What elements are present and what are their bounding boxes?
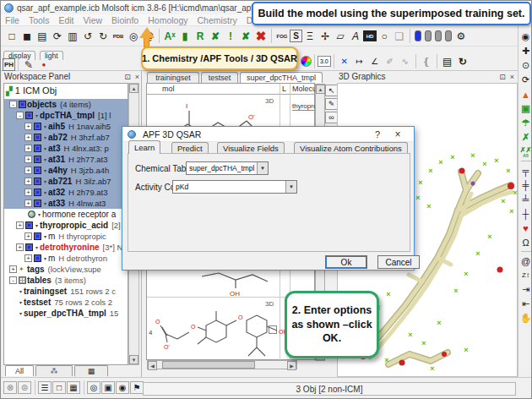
tab-trainingset[interactable]: trainingset [147,72,199,83]
zoom-icon[interactable]: ⊙ [519,58,532,73]
tree-item-thyropropic-acid[interactable]: ▾ thyropropic_acid [2] [4,220,128,231]
go-icon[interactable]: ⊜ [18,381,31,394]
stereo-icon[interactable]: S [290,30,302,42]
movie-icon[interactable]: ⚑ [130,381,144,394]
tree-item-ab72[interactable]: ▾ ab72 H 3hzf.ab7 [4,132,128,143]
angle-icon[interactable]: ∠ [367,53,383,69]
chevron-down-icon[interactable]: ▾ [44,145,46,151]
clip-front-icon[interactable]: ╤ [519,163,532,178]
dialog-tab-learn[interactable]: Learn [128,140,160,154]
select-residues-icon[interactable]: R [193,28,208,44]
float-panel-icon[interactable]: ⊡ [499,73,506,81]
tree-item-thyropropic-m[interactable]: ▾ m H thyropropic [4,231,128,242]
activity-column-select[interactable]: pKd ▼ [172,180,297,194]
chevron-down-icon[interactable]: ▾ [44,134,46,140]
undo-icon[interactable]: ↺ [80,28,95,44]
tree-item-at3[interactable]: ▾ at3 H 4lnx.at3: p [4,143,128,154]
tree-item-hormone-receptor[interactable]: ▾ hormone receptor a [4,209,128,220]
expander-icon[interactable] [16,221,24,229]
rotate-icon[interactable]: ⟳ [519,73,532,87]
filter-selection-icon[interactable]: ! [223,28,238,44]
expander-icon[interactable] [24,232,32,240]
expander-icon[interactable] [24,167,32,174]
float-panel-icon[interactable]: ⊡ [124,73,131,81]
translate-icon[interactable]: ✚ [519,44,532,58]
tree-item-detrothyronine-m[interactable]: ▾ m H detrothyron [4,253,128,264]
occlusion-icon[interactable]: ○ [377,28,392,44]
chevron-down-icon[interactable]: ▾ [44,167,46,173]
expander-icon[interactable] [24,145,32,152]
expander-icon[interactable] [24,156,32,163]
tree-item-a4hy[interactable]: ▾ a4hy H 3jzb.a4h [4,165,128,176]
dialog-tab-visualize-fields[interactable]: Visualize Fields [217,142,285,154]
chevron-down-icon[interactable]: ▾ [19,310,22,316]
expander-icon[interactable] [24,178,32,185]
fit-view-icon[interactable]: ✢ [318,28,333,44]
camera-icon[interactable]: ▣ [101,381,115,394]
scroll-right-icon[interactable]: ▶ [287,361,296,370]
center-selection-icon[interactable]: ✕ [337,53,352,69]
z-rotate-icon[interactable]: Z↕ [519,268,532,282]
save-icon[interactable]: ▤ [35,28,50,44]
expander-icon[interactable] [24,254,32,262]
chevron-down-icon[interactable]: ▾ [44,200,46,206]
stick-radius-spinner[interactable]: 3.0 [318,56,331,67]
lock-icon[interactable]: Ω [519,235,532,249]
chevron-down-icon[interactable]: ▾ [44,123,46,129]
chevron-down-icon[interactable]: ▾ [44,189,46,195]
annotate-icon[interactable]: ✐ [383,53,398,69]
tree-item-at33[interactable]: ▾ at33 H 4lnw.at3 [4,198,128,209]
workspace-tab-all[interactable]: All [5,365,34,376]
reset-view-icon[interactable]: ↻ [455,53,470,69]
tree-item-testset[interactable]: ▾ testset 75 rows 2 cols 2 [4,297,128,308]
scrollbar-thumb[interactable] [162,361,255,369]
representation-cpk-icon[interactable] [425,30,432,41]
menu-file[interactable]: File [5,15,19,25]
surface-cap-icon[interactable]: ☂ [519,116,532,130]
spiral-pocket-icon[interactable]: @ [519,254,532,268]
cursor-tool-icon[interactable]: ↖ [325,85,338,96]
tab-testset[interactable]: testset [201,72,238,83]
workspace-tab-tables[interactable]: ▦ [74,365,108,376]
chevron-down-icon[interactable]: ▼ [257,162,268,174]
menu-edit[interactable]: Edit [58,15,73,25]
stop-icon[interactable]: ⊗ [3,381,17,394]
chevron-down-icon[interactable]: ▾ [44,156,46,162]
column-header-mol[interactable]: mol [162,85,175,93]
representation-ribbon-icon[interactable] [435,30,442,41]
pick-selection-icon[interactable]: ▣ [519,101,532,116]
pan-hand-icon[interactable]: ✋ [519,311,532,325]
eye-icon[interactable]: ◉ [116,381,129,394]
redo-icon[interactable]: ↻ [95,28,111,44]
close-panel-icon[interactable]: × [135,73,139,81]
chevron-down-icon[interactable]: ▾ [44,255,46,261]
clip-back-icon[interactable]: ╧ [519,192,532,206]
expander-icon[interactable] [16,112,24,119]
dialog-tab-predict[interactable]: Predict [171,142,209,154]
tree-item-detrothyronine[interactable]: ▾ detrothyronine [3*] N [4,242,128,253]
dialog-close-button[interactable]: × [387,128,409,140]
atom-labels-icon[interactable]: ✗✗ A5 [519,145,532,159]
chevron-down-icon[interactable]: ▼ [285,181,296,193]
tree-item-tables[interactable]: tables (3 items) [4,275,128,286]
row1-molecule-name[interactable]: thyropro [292,102,314,111]
chevron-down-icon[interactable]: ▾ [35,244,38,250]
center-view-icon[interactable]: ◉ [519,30,532,44]
table-horizontal-scrollbar[interactable]: ◀ ▶ [147,360,297,369]
chevron-down-icon[interactable]: ▾ [35,112,38,118]
copy-image-icon[interactable]: ❑ [392,28,407,44]
list-view-icon[interactable]: ☰ [38,381,52,394]
tree-item-at32[interactable]: ▾ at32 H 2h79.at3 [4,187,128,198]
dialog-tab-visualize-atom-contributions[interactable]: Visualize Atom Contributions [294,142,408,154]
edit-structure-icon[interactable]: ✎ [325,98,338,110]
ok-button[interactable]: Ok [325,255,367,269]
label-icon[interactable]: A [348,28,363,44]
select-rectangle-icon[interactable]: ▮ [177,28,193,44]
fog-icon[interactable]: FOG [274,28,290,44]
expander-icon[interactable] [16,243,24,251]
expander-icon[interactable] [9,276,17,284]
scroll-up-icon[interactable]: ▲ [316,85,325,94]
dialog-help-button[interactable]: ? [368,129,387,139]
tab-super-dpctha-tmpl[interactable]: super_dpcTHA_tmpl [240,72,323,83]
invert-selection-icon[interactable]: ✘ [208,28,223,44]
